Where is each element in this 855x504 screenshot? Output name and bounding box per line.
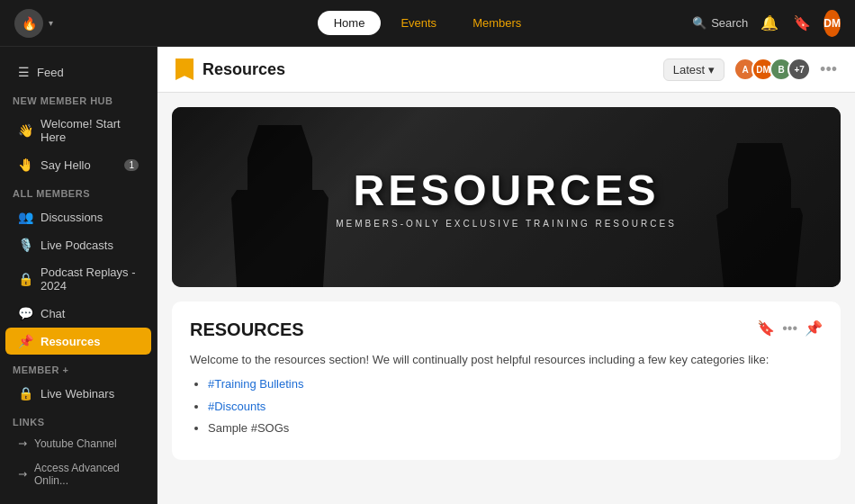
avatar-overflow-count: +7 <box>788 58 811 81</box>
search-label: Search <box>711 16 748 30</box>
card-pin-button[interactable]: 📌 <box>805 320 823 337</box>
sidebar: ☰ Feed NEW MEMBER HUB 👋 Welcome! Start H… <box>0 47 158 504</box>
training-bulletins-link[interactable]: #Training Bulletins <box>208 377 303 391</box>
nav-events[interactable]: Events <box>384 11 453 35</box>
nav-logo-area: 🔥 ▾ <box>14 9 158 38</box>
card-more-button[interactable]: ••• <box>782 320 797 337</box>
resources-content-card: RESOURCES 🔖 ••• 📌 Welcome to the resourc… <box>172 302 841 460</box>
sidebar-item-feed[interactable]: ☰ Feed <box>5 58 151 86</box>
card-body: Welcome to the resources section! We wil… <box>190 351 823 438</box>
card-title: RESOURCES <box>190 320 304 340</box>
sidebar-item-podcast-replays[interactable]: 🔒 Podcast Replays - 2024 <box>5 259 151 299</box>
resources-icon: 📌 <box>18 334 33 348</box>
sidebar-item-live-podcasts[interactable]: 🎙️ Live Podcasts <box>5 231 151 258</box>
nav-members[interactable]: Members <box>456 11 537 35</box>
card-bullet-list: #Training Bulletins #Discounts Sample #S… <box>208 375 823 438</box>
hero-overlay: RESOURCES MEMBERS-ONLY EXCLUSIVE TRAININ… <box>172 107 841 287</box>
resources-title-area: Resources <box>176 58 285 80</box>
sidebar-advanced-label: Access Advanced Onlin... <box>34 462 139 487</box>
latest-dropdown[interactable]: Latest ▾ <box>663 58 724 81</box>
search-icon: 🔍 <box>692 16 706 30</box>
sidebar-discussions-label: Discussions <box>40 211 103 224</box>
section-label-new-member: NEW MEMBER HUB <box>0 86 157 110</box>
org-dropdown-chevron[interactable]: ▾ <box>49 18 53 28</box>
discussions-icon: 👥 <box>18 210 33 224</box>
sidebar-item-resources[interactable]: 📌 Resources <box>5 328 151 355</box>
link-arrow-icon-2: ↗ <box>15 467 31 482</box>
sogs-text: Sample #SOGs <box>208 421 289 435</box>
logo-icon: 🔥 <box>22 16 37 31</box>
webinars-icon: 🔒 <box>18 386 33 400</box>
bullet-item-2: #Discounts <box>208 398 823 417</box>
welcome-icon: 👋 <box>18 123 33 138</box>
sidebar-say-hello-label: Say Hello <box>40 158 91 172</box>
nav-center: Home Events Members <box>158 11 697 35</box>
card-actions: 🔖 ••• 📌 <box>757 320 823 337</box>
sidebar-item-welcome[interactable]: 👋 Welcome! Start Here <box>5 111 151 150</box>
section-label-all-members: All Members <box>0 179 157 202</box>
sidebar-podcast-replays-label: Podcast Replays - 2024 <box>40 266 139 292</box>
latest-label: Latest <box>673 63 705 76</box>
user-avatar[interactable]: DM <box>824 10 841 37</box>
sidebar-item-say-hello[interactable]: 🤚 Say Hello 1 <box>5 151 151 178</box>
sidebar-item-live-webinars[interactable]: 🔒 Live Webinars <box>5 380 151 407</box>
nav-right: 🔍 Search 🔔 🔖 DM <box>697 10 841 37</box>
header-right-actions: Latest ▾ A DM B +7 ••• <box>663 58 837 81</box>
section-label-links: Links <box>0 408 157 431</box>
dropdown-chevron-icon: ▾ <box>708 63 715 76</box>
avatar-stack: A DM B +7 <box>734 58 811 81</box>
main-area: ☰ Feed NEW MEMBER HUB 👋 Welcome! Start H… <box>0 47 855 504</box>
resources-header: Resources Latest ▾ A DM B +7 ••• <box>158 47 855 93</box>
org-logo[interactable]: 🔥 <box>14 9 43 38</box>
say-hello-badge: 1 <box>124 159 139 171</box>
sidebar-webinars-label: Live Webinars <box>40 387 114 400</box>
section-label-member-plus: Member + <box>0 356 157 379</box>
bookmarks-button[interactable]: 🔖 <box>791 13 813 33</box>
content-card-header: RESOURCES 🔖 ••• 📌 <box>190 320 823 340</box>
bullet-item-1: #Training Bulletins <box>208 375 823 394</box>
more-options-button[interactable]: ••• <box>820 60 837 79</box>
live-podcasts-icon: 🎙️ <box>18 238 33 252</box>
notifications-button[interactable]: 🔔 <box>759 13 780 33</box>
hero-subtitle: MEMBERS-ONLY EXCLUSIVE TRAINING RESOURCE… <box>336 219 677 229</box>
link-arrow-icon: ↗ <box>15 436 31 452</box>
feed-icon: ☰ <box>18 65 30 79</box>
sidebar-chat-label: Chat <box>40 307 65 320</box>
card-bookmark-button[interactable]: 🔖 <box>757 320 775 337</box>
bullet-item-3: Sample #SOGs <box>208 419 823 438</box>
sidebar-welcome-label: Welcome! Start Here <box>40 117 139 144</box>
sidebar-live-podcasts-label: Live Podcasts <box>40 238 113 252</box>
sidebar-youtube-label: Youtube Channel <box>34 437 117 450</box>
hero-background: RESOURCES MEMBERS-ONLY EXCLUSIVE TRAININ… <box>172 107 841 287</box>
sidebar-item-discussions[interactable]: 👥 Discussions <box>5 203 151 230</box>
nav-home[interactable]: Home <box>318 11 382 35</box>
say-hello-icon: 🤚 <box>18 158 33 172</box>
podcast-replays-icon: 🔒 <box>18 272 33 286</box>
sidebar-feed-label: Feed <box>37 66 64 79</box>
sidebar-resources-label: Resources <box>40 335 100 348</box>
search-button[interactable]: 🔍 Search <box>692 16 748 30</box>
top-navigation: 🔥 ▾ Home Events Members 🔍 Search 🔔 🔖 DM <box>0 0 855 47</box>
resources-page-title: Resources <box>202 60 285 79</box>
hero-banner: RESOURCES MEMBERS-ONLY EXCLUSIVE TRAININ… <box>172 107 841 287</box>
hero-title: RESOURCES <box>353 166 659 215</box>
sidebar-item-chat[interactable]: 💬 Chat <box>5 300 151 327</box>
discounts-link[interactable]: #Discounts <box>208 400 266 413</box>
chat-icon: 💬 <box>18 306 33 320</box>
content-area: Resources Latest ▾ A DM B +7 ••• <box>158 47 855 504</box>
card-description: Welcome to the resources section! We wil… <box>190 351 823 370</box>
sidebar-link-youtube[interactable]: ↗ Youtube Channel <box>5 432 151 455</box>
resources-bookmark-icon <box>176 58 194 80</box>
sidebar-link-advanced[interactable]: ↗ Access Advanced Onlin... <box>5 456 151 492</box>
